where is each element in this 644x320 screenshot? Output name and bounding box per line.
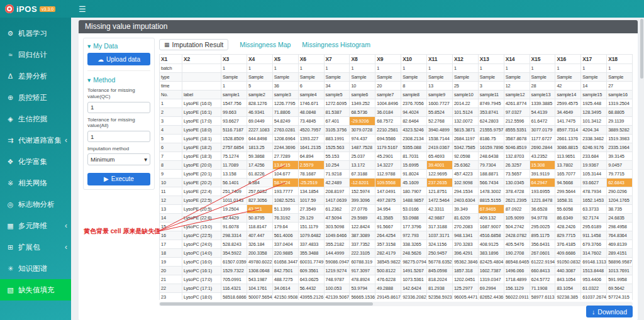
table-cell: 1017.59	[298, 196, 324, 205]
table-cell: 56778.6352	[427, 258, 453, 267]
sidebar-item[interactable]: ▦多元降维‹	[0, 215, 71, 236]
sidebar-item[interactable]: ≈回归估计	[0, 44, 71, 65]
column-header: X4	[247, 55, 272, 64]
table-cell: 845.0598	[427, 267, 453, 275]
horizontal-scrollbar[interactable]	[159, 302, 633, 306]
table-cell: 144.4999	[324, 249, 350, 258]
sidebar-item[interactable]: ✳知识图谱	[0, 258, 71, 279]
table-row: 6LysoPE (18:2)2757.68541813.252244.36961…	[160, 143, 633, 152]
table-cell: 27	[607, 82, 633, 91]
table-cell: 1011.0143	[221, 196, 247, 205]
table-cell: 1529.7322	[221, 267, 247, 275]
upload-data-button[interactable]: ☁ Upload data	[87, 53, 150, 65]
table-cell: Sample	[504, 73, 530, 82]
table-cell: 43.351	[247, 205, 272, 214]
table-cell: 81.6209	[452, 214, 478, 223]
table-cell: 57724.315	[607, 293, 633, 301]
table-cell: sample7	[375, 91, 401, 99]
table-cell: 1208.6964	[272, 135, 298, 143]
column-header: X1	[160, 55, 182, 64]
table-cell: 267.0601	[530, 249, 555, 258]
download-button[interactable]: ↓ Download	[586, 306, 633, 317]
table-cell: 2244.3696	[272, 143, 298, 152]
table-cell: 11	[160, 187, 182, 196]
table-cell: 142.6424	[401, 284, 427, 293]
table-row: 13LysoPE (20:5)19.250443.35151.139927.35…	[160, 205, 633, 214]
table-cell: 290.0296	[607, 187, 633, 196]
sidebar-item[interactable]: Δ差异分析	[0, 65, 71, 87]
tab-imputation-result[interactable]: ▦Imputation Result	[159, 39, 228, 50]
table-cell: 14	[581, 82, 607, 91]
table-cell: 116.4321	[221, 284, 247, 293]
tolerance-qc-input[interactable]	[87, 102, 150, 113]
table-cell: 97.0327	[504, 108, 530, 117]
table-cell: 2763.0281	[272, 126, 298, 135]
table-cell: 391.9119	[530, 170, 555, 179]
sidebar-item[interactable]: ⇉代谢通路富集‹	[0, 130, 71, 151]
table-cell: 2376.7056	[401, 99, 427, 108]
table-cell: 1	[221, 82, 247, 91]
tolerance-all-input[interactable]	[87, 131, 150, 142]
table-cell: 49780.6022	[247, 258, 272, 267]
table-meta-row: typeSampleSampleSampleSampleSampleSample…	[160, 73, 633, 82]
table-cell: 355.3488	[298, 249, 324, 258]
sidebar-item[interactable]: ◎标志物分析	[0, 194, 71, 215]
tab-missingness-histogram[interactable]: Missingness Histogram	[302, 41, 370, 48]
table-cell: 4261.8774	[504, 99, 530, 108]
sidebar-item[interactable]: ◈生信挖掘	[0, 108, 71, 130]
table-cell: 101.3412	[581, 117, 607, 126]
table-cell: 94.4024	[401, 108, 427, 117]
tab-missingness-map[interactable]: Missingness Map	[240, 41, 291, 48]
sidebar-item[interactable]: ⊕质控矫正	[0, 87, 71, 108]
table-cell: 1349.252	[350, 99, 375, 108]
table-cell: 39.349	[452, 205, 478, 214]
table-cell: 92.0598	[452, 152, 478, 161]
horizontal-scrollbar-thumb[interactable]	[160, 302, 373, 306]
app-logo[interactable]: iPOS v3.3.0	[0, 4, 71, 14]
table-row: 16LysoPC (22:5)298.3314407.447561.400610…	[160, 231, 633, 240]
table-cell: 14.3227	[375, 161, 401, 170]
table-cell: LysoPE (20:2)	[182, 179, 221, 187]
table-cell: 911.1458	[581, 231, 607, 240]
table-cell: 383.1896	[478, 249, 504, 258]
table-cell: 1658.31	[555, 196, 581, 205]
method-section-header[interactable]: ▾ Method	[87, 76, 150, 84]
imputation-method-select[interactable]: Minimum ▾	[87, 153, 150, 165]
main-content: Missing value imputation ▾ My Data ☁ Upl…	[71, 18, 644, 320]
table-cell: 6	[160, 143, 182, 152]
table-cell: LysoPE (20:0)	[182, 161, 221, 170]
table-cell: 1	[504, 64, 530, 73]
column-header: X5	[272, 55, 298, 64]
my-data-section-header[interactable]: ▾ My Data	[87, 42, 150, 50]
sidebar-item[interactable]: ❖化学富集	[0, 151, 71, 172]
table-cell: 91.6078	[221, 223, 247, 231]
table-cell: LysoPE (22:5)	[182, 196, 221, 205]
table-cell: 76.3192	[272, 214, 298, 223]
table-cell: 1857.318	[452, 267, 478, 275]
table-row: 20LysoPC (16:1)1529.73221308.0648842.750…	[160, 267, 633, 275]
menu-toggle-icon[interactable]: ☰	[79, 4, 86, 14]
execute-button[interactable]: ▶ Execute	[87, 173, 150, 185]
page-title: Missing value imputation	[79, 20, 638, 33]
table-cell: 3587.8678	[504, 135, 530, 143]
table-cell: 59086.0947	[324, 258, 350, 267]
table-cell: 974.437	[350, 135, 375, 143]
sidebar-item[interactable]: ⚙机器学习	[0, 23, 71, 44]
vertical-scrollbar-thumb[interactable]	[640, 19, 643, 79]
table-cell: sample11	[478, 91, 504, 99]
table-cell: 1	[375, 64, 401, 73]
sidebar-item[interactable]: ※相关网络	[0, 172, 71, 194]
table-cell: 94.5668	[555, 179, 581, 187]
table-cell: 83.1054	[555, 284, 581, 293]
table-cell: 82.6464	[401, 117, 427, 126]
table-cell: 8186.75	[478, 135, 504, 143]
table-cell: 478.7934	[581, 187, 607, 196]
sidebar-item[interactable]: ⊞扩展包‹	[0, 236, 71, 258]
vertical-scrollbar[interactable]	[640, 18, 644, 320]
sidebar-item-label: 机器学习	[18, 29, 67, 38]
table-cell: 289.4151	[607, 249, 633, 258]
table-cell: 56022.0911	[504, 293, 530, 301]
table-cell: 81.5387	[324, 108, 350, 117]
sidebar-item[interactable]: ▧缺失值填充	[0, 279, 71, 301]
version-badge: v3.3.0	[40, 6, 55, 12]
